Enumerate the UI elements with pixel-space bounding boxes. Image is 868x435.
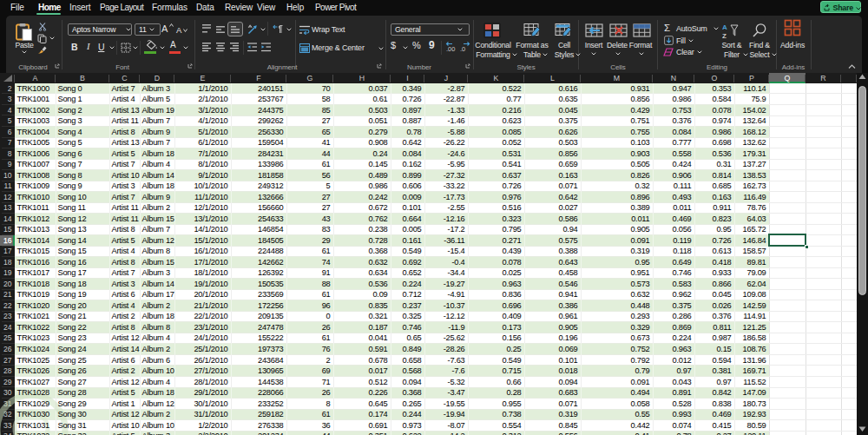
svg-text:A: A [722, 23, 727, 31]
svg-text:.00: .00 [446, 45, 455, 52]
svg-text:Z: Z [722, 32, 727, 39]
